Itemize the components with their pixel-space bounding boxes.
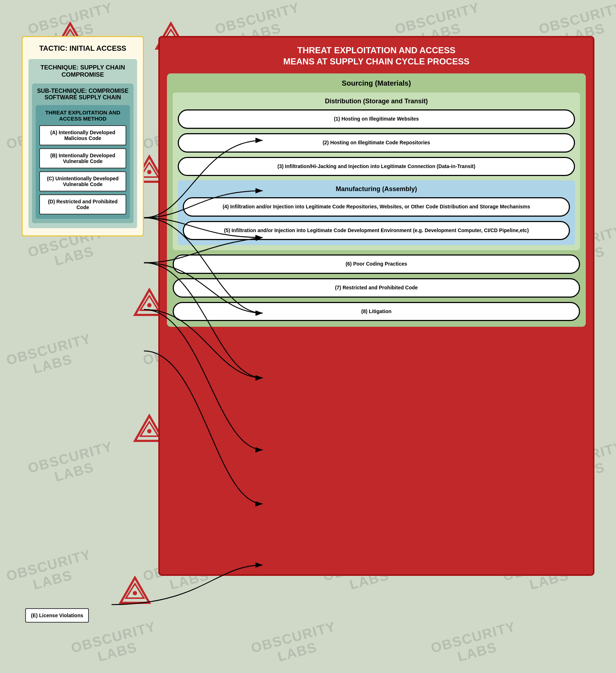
sourcing-title: Sourcing (Materials) (173, 79, 580, 87)
right-panel-title: THREAT EXPLOITATION AND ACCESSMEANS AT S… (167, 45, 586, 67)
manufacturing-box: Manufacturing (Assembly) (4) Infiltratio… (178, 180, 575, 245)
watermark-text: OBSCURITY LABS (249, 619, 341, 670)
watermark-text: OBSCURITY LABS (429, 619, 521, 670)
mfg-item-4: (4) Infiltration and/or Injection into L… (183, 197, 570, 217)
method-item-d: (D) Restricted and Prohibited Code (39, 194, 126, 214)
main-container: TACTIC: INITIAL ACCESS TECHNIQUE: SUPPLY… (0, 0, 616, 597)
right-panel: THREAT EXPLOITATION AND ACCESSMEANS AT S… (158, 36, 594, 576)
dist-item-3: (3) Infiltration/Hi-Jacking and Injectio… (178, 157, 575, 176)
src-item-8: (8) Litigation (173, 302, 580, 321)
sub-technique-box: SUB-TECHNIQUE: COMPROMISE SOFTWARE SUPPL… (32, 83, 133, 223)
dist-item-2: (2) Hosting on Illegitimate Code Reposit… (178, 133, 575, 153)
src-item-7: (7) Restricted and Prohibited Code (173, 278, 580, 298)
sourcing-bottom-items: (6) Poor Coding Practices (7) Restricted… (173, 254, 580, 321)
distribution-title: Distribution (Storage and Transit) (178, 98, 575, 105)
method-item-a: (A) Intentionally Developed Malicious Co… (39, 125, 126, 145)
method-item-c: (C) Unintentionally Developed Vulnerable… (39, 171, 126, 191)
manufacturing-title: Manufacturing (Assembly) (183, 185, 570, 193)
technique-box: TECHNIQUE: SUPPLY CHAIN COMPROMISE SUB-T… (28, 59, 137, 228)
technique-title: TECHNIQUE: SUPPLY CHAIN COMPROMISE (32, 64, 133, 78)
dist-item-1: (1) Hosting on Illegitimate Websites (178, 109, 575, 129)
threat-method-title: THREAT EXPLOITATION AND ACCESS METHOD (39, 109, 126, 122)
left-panel: TACTIC: INITIAL ACCESS TECHNIQUE: SUPPLY… (22, 36, 144, 236)
threat-method-box: THREAT EXPLOITATION AND ACCESS METHOD (A… (36, 105, 130, 219)
mfg-item-5: (5) Infiltration and/or Injection into L… (183, 221, 570, 240)
method-item-b: (B) Intentionally Developed Vulnerable C… (39, 148, 126, 168)
distribution-box: Distribution (Storage and Transit) (1) H… (173, 92, 580, 250)
sub-technique-title: SUB-TECHNIQUE: COMPROMISE SOFTWARE SUPPL… (36, 88, 130, 101)
license-violation-box: (E) License Violations (25, 608, 89, 623)
sourcing-box: Sourcing (Materials) Distribution (Stora… (167, 73, 586, 327)
watermark-text: OBSCURITY LABS (69, 619, 161, 670)
tactic-title: TACTIC: INITIAL ACCESS (28, 44, 137, 53)
src-item-6: (6) Poor Coding Practices (173, 254, 580, 274)
